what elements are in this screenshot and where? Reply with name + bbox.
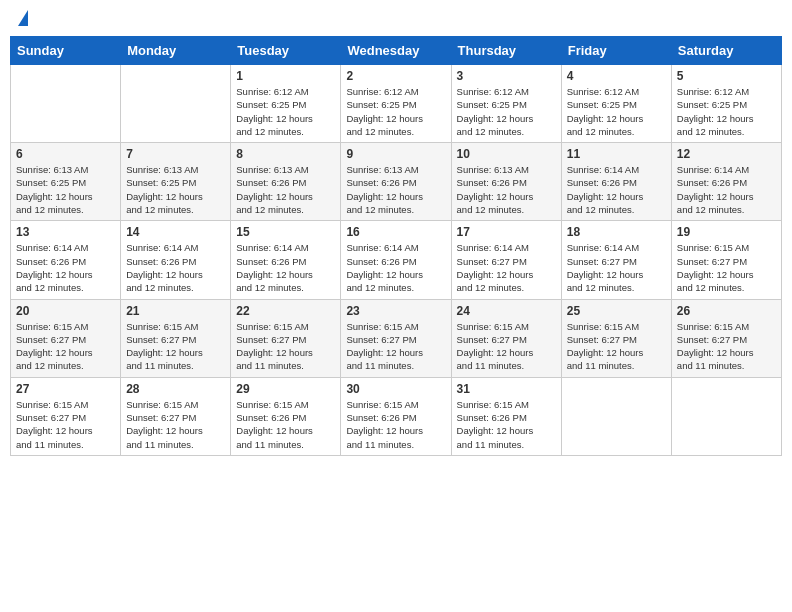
- day-number: 9: [346, 147, 445, 161]
- day-info: Sunrise: 6:15 AM Sunset: 6:27 PM Dayligh…: [236, 320, 335, 373]
- calendar-cell: 17Sunrise: 6:14 AM Sunset: 6:27 PM Dayli…: [451, 221, 561, 299]
- day-number: 17: [457, 225, 556, 239]
- day-info: Sunrise: 6:14 AM Sunset: 6:26 PM Dayligh…: [126, 241, 225, 294]
- day-number: 4: [567, 69, 666, 83]
- calendar-cell: 11Sunrise: 6:14 AM Sunset: 6:26 PM Dayli…: [561, 143, 671, 221]
- day-info: Sunrise: 6:15 AM Sunset: 6:27 PM Dayligh…: [16, 320, 115, 373]
- day-info: Sunrise: 6:15 AM Sunset: 6:27 PM Dayligh…: [677, 241, 776, 294]
- calendar-header-row: SundayMondayTuesdayWednesdayThursdayFrid…: [11, 37, 782, 65]
- day-number: 31: [457, 382, 556, 396]
- calendar-cell: 30Sunrise: 6:15 AM Sunset: 6:26 PM Dayli…: [341, 377, 451, 455]
- calendar-week-row: 20Sunrise: 6:15 AM Sunset: 6:27 PM Dayli…: [11, 299, 782, 377]
- day-number: 6: [16, 147, 115, 161]
- calendar-week-row: 13Sunrise: 6:14 AM Sunset: 6:26 PM Dayli…: [11, 221, 782, 299]
- day-number: 16: [346, 225, 445, 239]
- day-number: 24: [457, 304, 556, 318]
- weekday-header: Monday: [121, 37, 231, 65]
- day-number: 29: [236, 382, 335, 396]
- calendar-cell: 14Sunrise: 6:14 AM Sunset: 6:26 PM Dayli…: [121, 221, 231, 299]
- calendar-cell: 27Sunrise: 6:15 AM Sunset: 6:27 PM Dayli…: [11, 377, 121, 455]
- day-number: 27: [16, 382, 115, 396]
- day-info: Sunrise: 6:15 AM Sunset: 6:27 PM Dayligh…: [567, 320, 666, 373]
- calendar-cell: 23Sunrise: 6:15 AM Sunset: 6:27 PM Dayli…: [341, 299, 451, 377]
- calendar-cell: 2Sunrise: 6:12 AM Sunset: 6:25 PM Daylig…: [341, 65, 451, 143]
- calendar-cell: 25Sunrise: 6:15 AM Sunset: 6:27 PM Dayli…: [561, 299, 671, 377]
- weekday-header: Saturday: [671, 37, 781, 65]
- calendar-cell: 13Sunrise: 6:14 AM Sunset: 6:26 PM Dayli…: [11, 221, 121, 299]
- day-info: Sunrise: 6:15 AM Sunset: 6:26 PM Dayligh…: [346, 398, 445, 451]
- calendar-cell: 26Sunrise: 6:15 AM Sunset: 6:27 PM Dayli…: [671, 299, 781, 377]
- day-number: 2: [346, 69, 445, 83]
- day-info: Sunrise: 6:15 AM Sunset: 6:26 PM Dayligh…: [236, 398, 335, 451]
- weekday-header: Friday: [561, 37, 671, 65]
- calendar-cell: 12Sunrise: 6:14 AM Sunset: 6:26 PM Dayli…: [671, 143, 781, 221]
- calendar-cell: 15Sunrise: 6:14 AM Sunset: 6:26 PM Dayli…: [231, 221, 341, 299]
- calendar-cell: [671, 377, 781, 455]
- calendar-cell: 8Sunrise: 6:13 AM Sunset: 6:26 PM Daylig…: [231, 143, 341, 221]
- day-info: Sunrise: 6:13 AM Sunset: 6:25 PM Dayligh…: [126, 163, 225, 216]
- day-number: 26: [677, 304, 776, 318]
- calendar-cell: [121, 65, 231, 143]
- day-number: 19: [677, 225, 776, 239]
- calendar-cell: 24Sunrise: 6:15 AM Sunset: 6:27 PM Dayli…: [451, 299, 561, 377]
- calendar-cell: 4Sunrise: 6:12 AM Sunset: 6:25 PM Daylig…: [561, 65, 671, 143]
- day-number: 22: [236, 304, 335, 318]
- day-info: Sunrise: 6:14 AM Sunset: 6:26 PM Dayligh…: [567, 163, 666, 216]
- page-header: [10, 10, 782, 30]
- day-info: Sunrise: 6:14 AM Sunset: 6:26 PM Dayligh…: [346, 241, 445, 294]
- day-number: 13: [16, 225, 115, 239]
- calendar-cell: 5Sunrise: 6:12 AM Sunset: 6:25 PM Daylig…: [671, 65, 781, 143]
- day-info: Sunrise: 6:13 AM Sunset: 6:26 PM Dayligh…: [236, 163, 335, 216]
- day-number: 10: [457, 147, 556, 161]
- weekday-header: Sunday: [11, 37, 121, 65]
- calendar-cell: 29Sunrise: 6:15 AM Sunset: 6:26 PM Dayli…: [231, 377, 341, 455]
- calendar-cell: 3Sunrise: 6:12 AM Sunset: 6:25 PM Daylig…: [451, 65, 561, 143]
- calendar-week-row: 27Sunrise: 6:15 AM Sunset: 6:27 PM Dayli…: [11, 377, 782, 455]
- day-number: 25: [567, 304, 666, 318]
- calendar-cell: 7Sunrise: 6:13 AM Sunset: 6:25 PM Daylig…: [121, 143, 231, 221]
- day-number: 20: [16, 304, 115, 318]
- day-info: Sunrise: 6:12 AM Sunset: 6:25 PM Dayligh…: [346, 85, 445, 138]
- day-info: Sunrise: 6:12 AM Sunset: 6:25 PM Dayligh…: [567, 85, 666, 138]
- calendar-cell: [561, 377, 671, 455]
- day-info: Sunrise: 6:15 AM Sunset: 6:27 PM Dayligh…: [16, 398, 115, 451]
- calendar-cell: 18Sunrise: 6:14 AM Sunset: 6:27 PM Dayli…: [561, 221, 671, 299]
- weekday-header: Tuesday: [231, 37, 341, 65]
- day-info: Sunrise: 6:12 AM Sunset: 6:25 PM Dayligh…: [236, 85, 335, 138]
- day-info: Sunrise: 6:14 AM Sunset: 6:26 PM Dayligh…: [236, 241, 335, 294]
- day-info: Sunrise: 6:13 AM Sunset: 6:25 PM Dayligh…: [16, 163, 115, 216]
- day-info: Sunrise: 6:13 AM Sunset: 6:26 PM Dayligh…: [346, 163, 445, 216]
- calendar-week-row: 6Sunrise: 6:13 AM Sunset: 6:25 PM Daylig…: [11, 143, 782, 221]
- calendar-table: SundayMondayTuesdayWednesdayThursdayFrid…: [10, 36, 782, 456]
- day-number: 7: [126, 147, 225, 161]
- day-info: Sunrise: 6:14 AM Sunset: 6:27 PM Dayligh…: [567, 241, 666, 294]
- day-info: Sunrise: 6:15 AM Sunset: 6:27 PM Dayligh…: [457, 320, 556, 373]
- calendar-cell: [11, 65, 121, 143]
- day-number: 3: [457, 69, 556, 83]
- weekday-header: Wednesday: [341, 37, 451, 65]
- day-number: 11: [567, 147, 666, 161]
- day-info: Sunrise: 6:15 AM Sunset: 6:27 PM Dayligh…: [126, 398, 225, 451]
- calendar-cell: 31Sunrise: 6:15 AM Sunset: 6:26 PM Dayli…: [451, 377, 561, 455]
- day-info: Sunrise: 6:14 AM Sunset: 6:26 PM Dayligh…: [16, 241, 115, 294]
- calendar-cell: 19Sunrise: 6:15 AM Sunset: 6:27 PM Dayli…: [671, 221, 781, 299]
- day-info: Sunrise: 6:15 AM Sunset: 6:27 PM Dayligh…: [346, 320, 445, 373]
- day-number: 21: [126, 304, 225, 318]
- calendar-cell: 6Sunrise: 6:13 AM Sunset: 6:25 PM Daylig…: [11, 143, 121, 221]
- calendar-cell: 9Sunrise: 6:13 AM Sunset: 6:26 PM Daylig…: [341, 143, 451, 221]
- day-info: Sunrise: 6:12 AM Sunset: 6:25 PM Dayligh…: [457, 85, 556, 138]
- day-info: Sunrise: 6:14 AM Sunset: 6:26 PM Dayligh…: [677, 163, 776, 216]
- calendar-cell: 28Sunrise: 6:15 AM Sunset: 6:27 PM Dayli…: [121, 377, 231, 455]
- logo-triangle-icon: [18, 10, 28, 26]
- day-number: 8: [236, 147, 335, 161]
- day-number: 18: [567, 225, 666, 239]
- calendar-cell: 16Sunrise: 6:14 AM Sunset: 6:26 PM Dayli…: [341, 221, 451, 299]
- calendar-cell: 20Sunrise: 6:15 AM Sunset: 6:27 PM Dayli…: [11, 299, 121, 377]
- day-info: Sunrise: 6:15 AM Sunset: 6:27 PM Dayligh…: [126, 320, 225, 373]
- day-number: 1: [236, 69, 335, 83]
- day-number: 5: [677, 69, 776, 83]
- calendar-cell: 21Sunrise: 6:15 AM Sunset: 6:27 PM Dayli…: [121, 299, 231, 377]
- day-number: 15: [236, 225, 335, 239]
- day-number: 14: [126, 225, 225, 239]
- day-number: 12: [677, 147, 776, 161]
